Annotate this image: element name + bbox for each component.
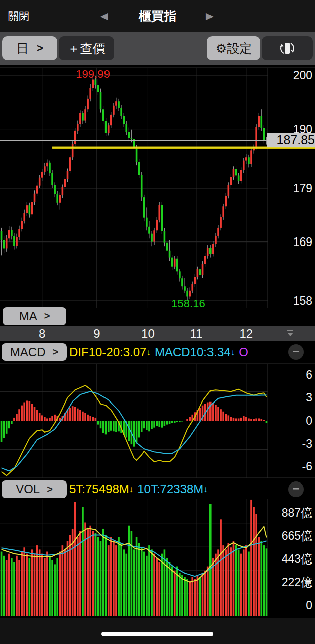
- macd-hist-bar: [158, 421, 160, 427]
- volume-bar: [29, 558, 31, 616]
- macd-hist-bar: [41, 415, 43, 421]
- macd-hist-bar: [46, 418, 48, 421]
- collapse-vol-button[interactable]: −: [288, 481, 304, 497]
- macd-hist-bar: [128, 421, 130, 441]
- candle-body: [250, 150, 252, 164]
- vol-axis-label: 0: [306, 599, 312, 612]
- volume-bar: [171, 567, 173, 616]
- osc-toggle[interactable]: O: [239, 345, 248, 359]
- price-axis-label: 169: [293, 235, 312, 249]
- candle-body: [89, 88, 91, 99]
- gear-icon: ⚙: [216, 41, 227, 56]
- x-axis-bar: 89101112: [0, 326, 315, 341]
- macd-signal-value: MACD10:3.34↓: [155, 345, 235, 359]
- macd-hist-bar: [95, 418, 97, 421]
- candle-body: [141, 175, 143, 197]
- volume-bar: [143, 552, 145, 616]
- settings-label: 設定: [227, 40, 252, 57]
- candle-body: [146, 218, 148, 227]
- volume-bar: [59, 552, 61, 616]
- macd-hist-bar: [199, 408, 201, 421]
- candle-body: [238, 175, 240, 181]
- candle-body: [151, 234, 153, 242]
- volume-bar: [18, 560, 20, 616]
- candle-body: [176, 259, 178, 272]
- volume-bar: [156, 558, 158, 616]
- volume-bar: [151, 549, 153, 616]
- candle-body: [49, 163, 51, 173]
- macd-hist-bar: [44, 417, 46, 421]
- candle-body: [222, 206, 224, 217]
- volume-bar: [263, 545, 265, 616]
- candle-body: [228, 185, 230, 196]
- candle-body: [158, 205, 160, 220]
- candle-body: [1, 231, 3, 240]
- candle-body: [197, 269, 199, 277]
- candle-body: [8, 230, 10, 238]
- candle-body: [217, 228, 219, 236]
- candlestick-chart[interactable]: 199.99158.16200190179169158: [0, 65, 315, 326]
- chevron-right-icon: >: [47, 484, 53, 495]
- macd-hist-bar: [1, 421, 3, 442]
- macd-hist-bar: [230, 417, 232, 421]
- period-label: 日: [16, 40, 29, 57]
- volume-bar: [3, 556, 5, 616]
- volume-bar: [87, 529, 89, 616]
- macd-button[interactable]: MACD >: [2, 343, 67, 361]
- volume-bar: [248, 552, 250, 616]
- add-quote-button[interactable]: ＋查價: [59, 36, 114, 60]
- home-indicator[interactable]: [101, 632, 213, 636]
- macd-hist-bar: [253, 419, 255, 421]
- candle-body: [21, 221, 23, 229]
- volume-bar: [207, 567, 209, 616]
- period-button[interactable]: 日 >: [2, 36, 57, 60]
- volume-bar: [8, 554, 10, 616]
- price-axis-label: 179: [293, 182, 312, 195]
- macd-hist-bar: [189, 417, 191, 421]
- volume-bar: [238, 549, 240, 616]
- candle-body: [164, 231, 166, 242]
- vol-axis-label: 887億: [282, 506, 312, 519]
- macd-hist-bar: [238, 418, 240, 421]
- macd-hist-bar: [186, 419, 188, 421]
- volume-bar: [266, 548, 268, 616]
- vol-button[interactable]: VOL >: [2, 480, 67, 498]
- volume-bar: [108, 545, 110, 616]
- next-symbol-arrow-icon[interactable]: ▶: [206, 10, 214, 22]
- candle-body: [23, 213, 25, 221]
- candle-body: [131, 138, 133, 139]
- macd-hist-bar: [8, 421, 10, 428]
- volume-bar: [84, 523, 86, 616]
- toolbar: 日 > ＋查價 ⚙ 設定: [0, 32, 315, 65]
- chevron-right-icon: >: [52, 346, 58, 358]
- candle-body: [31, 202, 33, 215]
- candle-body: [258, 116, 260, 127]
- candle-body: [115, 101, 117, 106]
- volume-bar: [105, 535, 107, 616]
- collapse-macd-button[interactable]: −: [288, 344, 304, 360]
- candle-body: [62, 187, 64, 195]
- month-label: 12: [239, 327, 253, 341]
- ma-button[interactable]: MA >: [3, 307, 66, 325]
- candle-body: [123, 116, 125, 124]
- volume-bar: [222, 545, 224, 616]
- volume-chart[interactable]: 887億665億443億222億0: [0, 499, 315, 618]
- macd-hist-bar: [207, 403, 209, 421]
- rotate-screen-button[interactable]: [262, 36, 313, 60]
- collapse-panel-icon[interactable]: [286, 330, 294, 338]
- volume-bar: [189, 581, 191, 616]
- candle-body: [39, 178, 41, 186]
- settings-button[interactable]: ⚙ 設定: [207, 36, 260, 60]
- candle-body: [97, 85, 99, 92]
- volume-bar: [39, 549, 41, 616]
- candle-body: [113, 106, 115, 115]
- month-label: 8: [39, 327, 45, 341]
- candle-body: [186, 291, 188, 297]
- month-label: 9: [93, 327, 100, 341]
- macd-hist-bar: [77, 409, 79, 421]
- volume-bar: [255, 514, 257, 616]
- symbol-title: 櫃買指: [0, 8, 315, 24]
- volume-bar: [16, 556, 18, 616]
- macd-chart[interactable]: 630-3-6: [0, 360, 315, 479]
- macd-hist-bar: [212, 403, 214, 421]
